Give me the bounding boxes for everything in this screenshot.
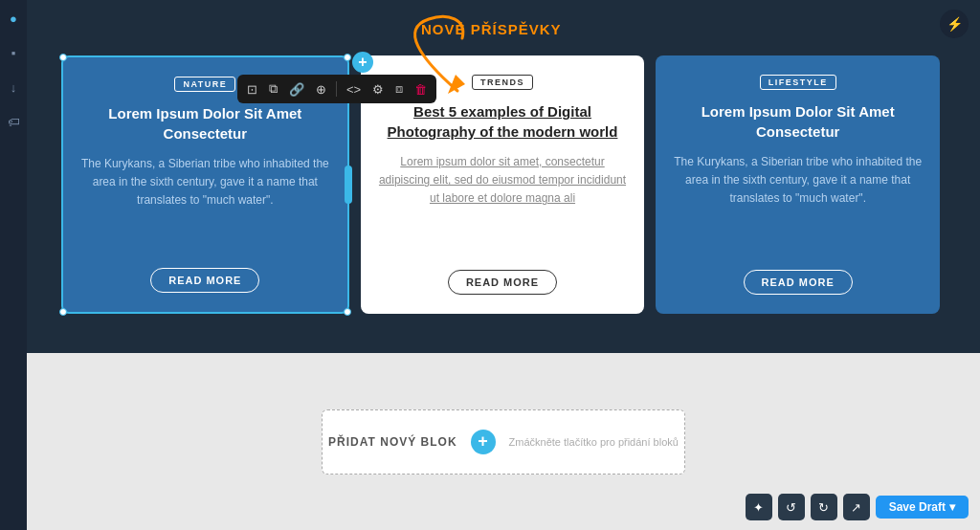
sidebar-icon-download[interactable]: ↓ [5, 78, 22, 96]
bottom-toolbar: ✦ ↺ ↻ ↗ Save Draft ▾ [746, 494, 969, 520]
add-block-button[interactable]: + [471, 430, 496, 454]
card-2-badge: TRENDS [472, 75, 533, 90]
sidebar-icon-circle[interactable]: ● [5, 10, 22, 27]
card-1-resize-handle[interactable] [345, 166, 352, 204]
bt-redo-icon[interactable]: ↻ [811, 494, 837, 520]
toolbar-layers-icon[interactable]: ⧈ [393, 79, 405, 99]
sel-handle-bl [59, 308, 67, 316]
sel-handle-br [344, 308, 351, 316]
card-2-title: Best 5 examples of Digital Photography o… [378, 101, 628, 142]
card-1-text: The Kurykans, a Siberian tribe who inhab… [80, 155, 330, 253]
card-3-btn[interactable]: READ MORE [744, 270, 853, 295]
add-block-hint: Zmáčkněte tlačítko pro přidání bloků [509, 436, 679, 448]
save-draft-label: Save Draft [889, 500, 946, 514]
sidebar-icon-tag[interactable]: 🏷 [5, 113, 22, 130]
card-3-title: Lorem Ipsum Dolor Sit Amet Consectetur [673, 101, 923, 142]
toolbar-divider [336, 81, 337, 97]
toolbar-settings-icon[interactable]: ⊕ [314, 80, 328, 99]
annotation-label: NOVÉ PŘÍSPĚVKY [421, 21, 562, 37]
left-sidebar: ● ▪ ↓ 🏷 [0, 0, 27, 530]
card-2-btn[interactable]: READ MORE [448, 270, 557, 295]
toolbar-copy-icon[interactable]: ⧉ [267, 79, 279, 99]
toolbar-code-icon[interactable]: <> [345, 80, 363, 99]
toolbar-crop-icon[interactable]: ⊡ [245, 80, 259, 99]
card-1-btn[interactable]: READ MORE [150, 268, 259, 293]
save-draft-dropdown-icon: ▾ [949, 500, 955, 514]
sel-handle-tl [59, 54, 67, 61]
add-block-top-button[interactable]: + [352, 52, 373, 73]
sidebar-icon-square[interactable]: ▪ [5, 44, 22, 61]
toolbar-gear-icon[interactable]: ⚙ [370, 80, 386, 99]
card-3[interactable]: LIFESTYLE Lorem Ipsum Dolor Sit Amet Con… [656, 55, 940, 314]
card-3-text: The Kurykans, a Siberian tribe who inhab… [673, 153, 923, 254]
block-toolbar: ⊡ ⧉ 🔗 ⊕ <> ⚙ ⧈ 🗑 [237, 75, 436, 103]
add-block-box: PŘIDAT NOVÝ BLOK + Zmáčkněte tlačítko pr… [322, 409, 685, 475]
bt-magic-icon[interactable]: ✦ [746, 494, 772, 520]
card-1-title: Lorem Ipsum Dolor Sit Amet Consectetur [80, 103, 330, 144]
top-right-button[interactable]: ⚡ [940, 10, 969, 38]
save-draft-button[interactable]: Save Draft ▾ [876, 496, 969, 519]
card-3-badge: LIFESTYLE [760, 75, 836, 90]
bt-share-icon[interactable]: ↗ [843, 494, 870, 520]
cards-section: NATURE Lorem Ipsum Dolor Sit Amet Consec… [56, 55, 946, 314]
add-block-label: PŘIDAT NOVÝ BLOK [328, 435, 457, 449]
sel-handle-tr [344, 54, 351, 61]
toolbar-trash-icon[interactable]: 🗑 [412, 80, 429, 99]
card-1-badge: NATURE [174, 77, 235, 92]
card-2-text: Lorem ipsum dolor sit amet, consectetur … [378, 153, 628, 254]
toolbar-link-icon[interactable]: 🔗 [287, 80, 306, 99]
bt-undo-icon[interactable]: ↺ [778, 494, 805, 520]
